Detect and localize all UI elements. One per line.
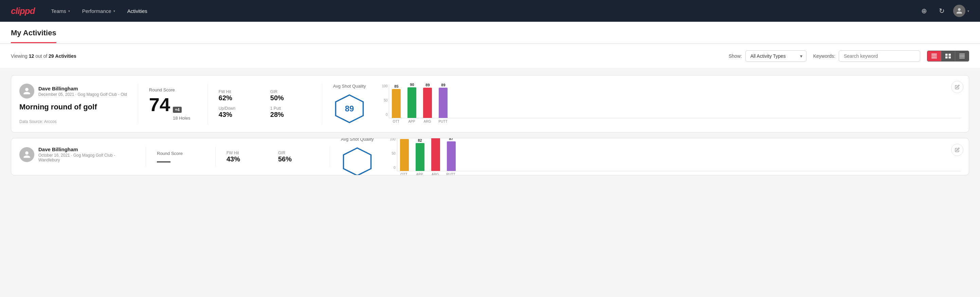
x-label-app-2: APP	[415, 172, 424, 176]
search-input[interactable]	[839, 50, 920, 62]
gir-value-2: 56%	[278, 155, 319, 163]
performance-chevron-icon: ▾	[113, 9, 115, 13]
bar-putt	[439, 88, 447, 118]
stats-container-2: FW Hit 43% GIR 56%	[226, 147, 319, 167]
svg-rect-9	[959, 56, 965, 57]
viewing-label: Activities	[55, 53, 76, 59]
bar-group-ott: 85	[392, 84, 401, 118]
score-display-2	[157, 159, 204, 163]
y-axis-2: 100 50 0	[385, 138, 396, 169]
bar-value-ott: 85	[394, 84, 398, 88]
hexagon-container-2	[342, 147, 372, 176]
user-info-2: Dave Billingham October 16, 2021 · Gog M…	[19, 147, 135, 163]
card-divider	[138, 84, 138, 124]
y-axis: 100 50 0	[377, 84, 387, 117]
one-putt-stat: 1 Putt 28%	[270, 106, 311, 118]
bars-area: 85 90 89 89	[389, 84, 961, 118]
add-button[interactable]: ⊕	[918, 5, 930, 17]
gir-value: 50%	[270, 94, 311, 102]
bars-area-2: 94 82 106 87	[397, 138, 961, 171]
user-name: Dave Billingham	[38, 86, 127, 91]
svg-rect-0	[931, 54, 937, 55]
score-section: Round Score 74 +4 18 Holes	[149, 84, 197, 124]
bar-value-app: 90	[410, 83, 414, 87]
bar-app	[407, 87, 416, 118]
user-info: Dave Billingham December 05, 2021 · Gog …	[19, 84, 127, 99]
viewing-total: 29	[49, 53, 54, 59]
round-score-label-2: Round Score	[157, 151, 204, 156]
score-section-2: Round Score	[157, 147, 204, 167]
score-number: 74	[149, 95, 170, 114]
x-label-arg: ARG	[423, 120, 431, 123]
activity-type-select-wrapper[interactable]: All Activity Types	[745, 50, 807, 62]
activity-card-2: Dave Billingham October 16, 2021 · Gog M…	[11, 138, 969, 176]
up-down-label: Up/Down	[219, 106, 259, 111]
svg-rect-3	[945, 54, 948, 56]
bar-arg-2	[431, 138, 440, 171]
card-divider-c2-2	[215, 147, 216, 167]
x-label-arg-2: ARG	[431, 172, 440, 176]
stats-section-c2-1: FW Hit 43%	[226, 150, 267, 163]
bar-ott	[392, 89, 401, 118]
main-content: Dave Billingham December 05, 2021 · Gog …	[0, 68, 980, 188]
shot-quality-score: 89	[345, 104, 354, 113]
score-placeholder	[157, 161, 170, 163]
card-left: Dave Billingham December 05, 2021 · Gog …	[19, 84, 127, 124]
score-badge: +4	[173, 107, 182, 113]
bar-value-arg: 89	[425, 83, 430, 87]
x-label-putt-2: PUTT	[447, 172, 455, 176]
bar-chart-container: 100 50 0 85 90	[377, 84, 961, 124]
bar-arg	[423, 88, 432, 118]
bar-value-app-2: 82	[418, 138, 422, 142]
bar-app-2	[416, 143, 425, 171]
page-header: My Activities	[0, 22, 980, 43]
svg-rect-4	[949, 54, 951, 56]
svg-rect-7	[959, 54, 965, 54]
bar-chart-container-2: 100 50 0 94 82 106	[385, 147, 961, 167]
gir-stat: GIR 50%	[270, 89, 311, 102]
avatar	[19, 84, 34, 99]
x-label-app: APP	[407, 120, 416, 123]
nav-teams[interactable]: Teams ▾	[46, 5, 75, 17]
nav-activities[interactable]: Activities	[122, 5, 153, 17]
filter-bar: Viewing 12 out of 29 Activities Show: Al…	[0, 44, 980, 68]
x-label-ott-2: OTT	[400, 172, 409, 176]
avg-shot-quality: Avg Shot Quality 89	[333, 84, 366, 124]
view-toggle	[927, 51, 969, 62]
view-list-button[interactable]	[928, 51, 941, 61]
one-putt-label: 1 Putt	[270, 106, 311, 111]
user-name-2: Dave Billingham	[38, 147, 135, 152]
viewing-count-text: Viewing 12 out of 29 Activities	[11, 53, 722, 59]
fw-hit-label-2: FW Hit	[226, 150, 267, 155]
gir-stat-2: GIR 56%	[278, 150, 319, 163]
refresh-button[interactable]: ↻	[935, 5, 948, 17]
card-left-2: Dave Billingham October 16, 2021 · Gog M…	[19, 147, 135, 167]
fw-hit-stat: FW Hit 62%	[219, 89, 259, 102]
user-avatar	[953, 5, 966, 17]
activity-type-select[interactable]: All Activity Types	[745, 50, 807, 62]
view-grid-button[interactable]	[941, 51, 955, 61]
card-divider-c2	[146, 147, 146, 167]
view-compact-button[interactable]	[955, 51, 969, 61]
app-logo[interactable]: clippd	[11, 6, 35, 16]
nav-performance[interactable]: Performance ▾	[77, 5, 121, 17]
round-score-label: Round Score	[149, 87, 197, 93]
x-label-ott: OTT	[391, 120, 400, 123]
user-date-2: October 16, 2021 · Gog Magog Golf Club -…	[38, 153, 135, 163]
bar-group-app: 90	[407, 83, 416, 118]
user-details: Dave Billingham December 05, 2021 · Gog …	[38, 86, 127, 97]
x-label-putt: PUTT	[438, 120, 447, 123]
stats-container: FW Hit 62% Up/Down 43% GIR 50% 1 Putt 28…	[219, 84, 311, 124]
nav-menu: Teams ▾ Performance ▾ Activities	[46, 5, 907, 17]
svg-rect-8	[959, 55, 965, 56]
bar-chart: 100 50 0 85 90	[377, 84, 961, 123]
bar-value-putt-2: 87	[449, 138, 453, 141]
card-divider-2	[207, 84, 208, 124]
user-menu-button[interactable]: ▾	[953, 5, 969, 17]
svg-rect-5	[945, 56, 948, 59]
hexagon-icon-2	[342, 147, 372, 176]
stats-section-c2-2: GIR 56%	[278, 150, 319, 163]
avatar-2	[19, 147, 34, 162]
page-title: My Activities	[11, 29, 56, 43]
bar-value-ott-2: 94	[402, 138, 406, 138]
